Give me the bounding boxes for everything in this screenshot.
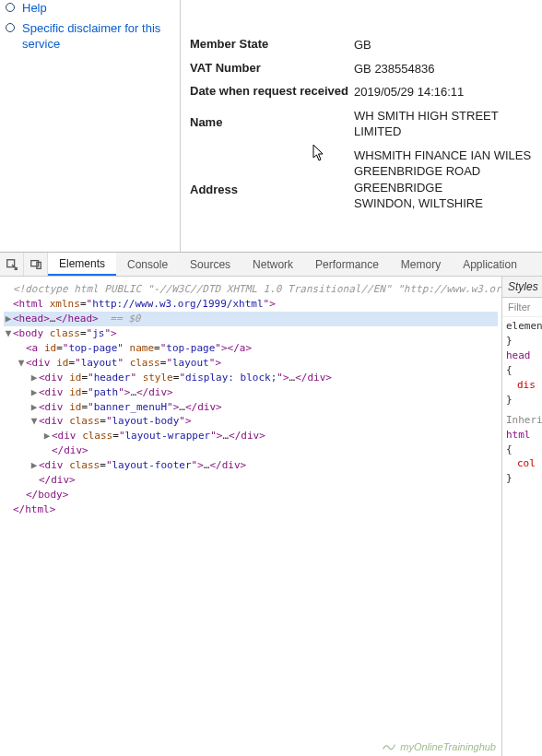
field-value: GB xyxy=(354,37,533,53)
device-toolbar-button[interactable] xyxy=(24,253,48,276)
watermark: myOnlineTraininghub xyxy=(382,741,496,752)
field-member-state: Member State GB xyxy=(190,37,533,53)
devtools-tab-application[interactable]: Application xyxy=(452,253,528,276)
field-label: VAT Number xyxy=(190,61,354,77)
styles-pane[interactable]: Styles Filter element} head {dis} Inheri… xyxy=(501,277,542,756)
devtools-tab-elements[interactable]: Elements xyxy=(48,253,116,276)
dom-node[interactable]: ▶</div> xyxy=(4,473,498,488)
dom-node[interactable]: ▼<div class="layout-body"> xyxy=(4,414,498,429)
field-vat-number: VAT Number GB 238554836 xyxy=(190,61,533,77)
field-value: WH SMITH HIGH STREET LIMITED xyxy=(354,108,533,140)
field-name: Name WH SMITH HIGH STREET LIMITED xyxy=(190,108,533,140)
dom-node[interactable]: ▶</div> xyxy=(4,443,498,458)
sidebar-link[interactable]: Help xyxy=(22,0,47,17)
dom-node[interactable]: ▶<div class="layout-footer">…</div> xyxy=(4,458,498,473)
dom-node[interactable]: ▶<div id="banner_menuH">…</div> xyxy=(4,400,498,415)
field-value: WHSMITH FINANCE IAN WILES GREENBRIDGE RO… xyxy=(354,148,533,212)
dom-tree-pane[interactable]: ▶<!doctype html PUBLIC "-//W3C//DTD XHTM… xyxy=(0,277,501,756)
devtools-body: ▶<!doctype html PUBLIC "-//W3C//DTD XHTM… xyxy=(0,277,542,756)
sidebar: Help Specific disclaimer for this servic… xyxy=(0,0,181,252)
dom-node[interactable]: ▶<a id="top-page" name="top-page"></a> xyxy=(4,341,498,356)
dom-node[interactable]: ▶</html> xyxy=(4,502,498,517)
devtools-tab-sources[interactable]: Sources xyxy=(179,253,242,276)
sidebar-item-disclaimer[interactable]: Specific disclaimer for this service xyxy=(6,20,172,53)
radio-icon xyxy=(6,3,15,12)
field-label: Date when request received xyxy=(190,84,354,100)
styles-tab[interactable]: Styles xyxy=(502,277,542,298)
field-address: Address WHSMITH FINANCE IAN WILES GREENB… xyxy=(190,148,533,212)
field-label: Name xyxy=(190,108,354,131)
styles-body: element} head {dis} Inherite html {col} xyxy=(502,317,542,488)
sidebar-link[interactable]: Specific disclaimer for this service xyxy=(22,20,172,53)
details-panel: Member State GB VAT Number GB 238554836 … xyxy=(181,0,542,252)
devtools-tab-console[interactable]: Console xyxy=(116,253,179,276)
page-content-area: Help Specific disclaimer for this servic… xyxy=(0,0,542,253)
devtools-tabstrip: ElementsConsoleSourcesNetworkPerformance… xyxy=(0,253,542,277)
devtools-panel: ElementsConsoleSourcesNetworkPerformance… xyxy=(0,253,542,756)
field-request-date: Date when request received 2019/05/29 14… xyxy=(190,84,533,100)
dom-node[interactable]: ▶<head>…</head> == $0 xyxy=(4,312,498,326)
dom-node[interactable]: ▶<div class="layout-wrapper">…</div> xyxy=(4,429,498,443)
dom-node[interactable]: ▶</body> xyxy=(4,488,498,502)
field-label: Address xyxy=(190,148,354,198)
dom-node[interactable]: ▼<div id="layout" class="layout"> xyxy=(4,356,498,371)
dom-node[interactable]: ▶<html xmlns="http://www.w3.org/1999/xht… xyxy=(4,297,498,312)
styles-filter-input[interactable]: Filter xyxy=(502,298,542,317)
dom-node[interactable]: ▶<div id="header" style="display: block;… xyxy=(4,371,498,385)
field-value: 2019/05/29 14:16:11 xyxy=(354,84,533,100)
devtools-tab-performance[interactable]: Performance xyxy=(304,253,390,276)
dom-node[interactable]: ▶<div id="path">…</div> xyxy=(4,385,498,400)
field-label: Member State xyxy=(190,37,354,53)
sidebar-item-help[interactable]: Help xyxy=(6,0,172,17)
devtools-tab-memory[interactable]: Memory xyxy=(390,253,452,276)
dom-node[interactable]: ▼<body class="js"> xyxy=(4,326,498,341)
radio-icon xyxy=(6,23,15,32)
dom-node[interactable]: ▶<!doctype html PUBLIC "-//W3C//DTD XHTM… xyxy=(4,282,498,297)
inspect-element-button[interactable] xyxy=(0,253,24,276)
devtools-tab-network[interactable]: Network xyxy=(242,253,304,276)
field-value: GB 238554836 xyxy=(354,61,533,77)
